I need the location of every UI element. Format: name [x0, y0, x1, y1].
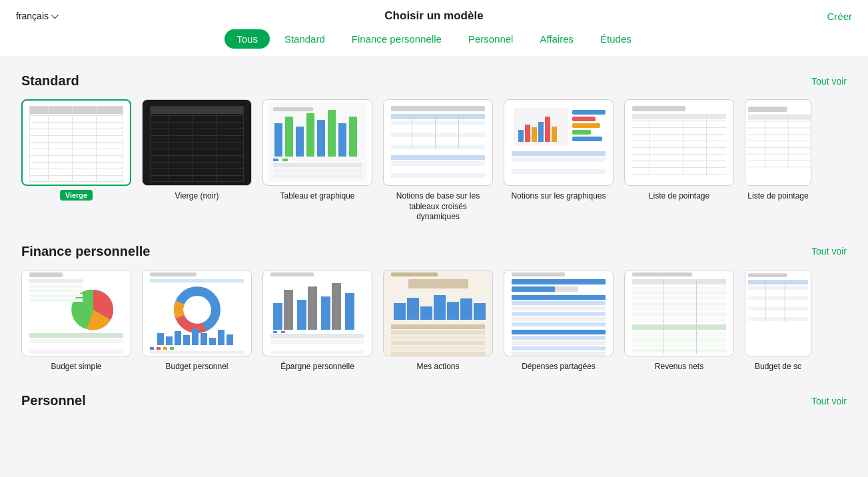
svg-rect-158 — [270, 350, 364, 354]
svg-rect-34 — [243, 106, 244, 182]
svg-rect-163 — [408, 279, 468, 288]
svg-rect-33 — [150, 106, 151, 182]
template-pivot-label: Notions de base sur les tableaux croisés… — [388, 191, 488, 223]
svg-rect-66 — [391, 173, 485, 178]
svg-rect-157 — [270, 345, 364, 349]
template-vierge-noir[interactable]: Vierge (noir) — [142, 99, 252, 223]
svg-rect-140 — [226, 334, 233, 345]
revenus-svg — [630, 270, 729, 356]
section-standard-header: Standard Tout voir — [21, 73, 847, 89]
svg-rect-214 — [748, 290, 808, 294]
svg-rect-213 — [748, 286, 808, 290]
svg-rect-143 — [163, 347, 167, 350]
svg-rect-13 — [96, 106, 97, 182]
svg-rect-188 — [512, 330, 606, 334]
template-budget-sc-label: Budget de sc — [755, 362, 801, 372]
section-finance: Finance personnelle Tout voir — [21, 244, 847, 372]
svg-rect-6 — [29, 149, 123, 149]
svg-rect-120 — [29, 298, 83, 302]
template-tableau-graphique[interactable]: Tableau et graphique — [262, 99, 372, 223]
svg-rect-105 — [748, 134, 811, 135]
svg-rect-43 — [317, 120, 325, 157]
svg-rect-61 — [435, 114, 436, 149]
tab-tous[interactable]: Tous — [224, 29, 270, 49]
template-pointage[interactable]: Liste de pointage — [624, 99, 734, 223]
template-depenses-thumb — [504, 270, 614, 356]
template-pivot[interactable]: Notions de base sur les tableaux croisés… — [383, 99, 493, 223]
svg-rect-74 — [552, 127, 557, 142]
svg-rect-30 — [169, 106, 169, 182]
section-standard-link[interactable]: Tout voir — [811, 76, 847, 87]
svg-rect-75 — [572, 110, 606, 115]
svg-rect-121 — [29, 333, 123, 338]
svg-rect-79 — [572, 137, 602, 141]
svg-rect-141 — [150, 347, 154, 350]
svg-rect-215 — [748, 296, 808, 300]
template-epargne-label: Épargne personnelle — [280, 362, 354, 372]
svg-rect-175 — [391, 346, 485, 350]
language-selector[interactable]: français — [16, 11, 57, 21]
svg-rect-152 — [321, 296, 330, 330]
template-revenus[interactable]: Revenus nets — [624, 270, 734, 372]
template-revenus-label: Revenus nets — [655, 362, 703, 372]
template-actions-label: Mes actions — [416, 362, 459, 372]
svg-rect-195 — [632, 279, 726, 284]
svg-rect-205 — [632, 338, 726, 342]
section-standard-title: Standard — [21, 73, 79, 89]
template-pointage2[interactable]: Liste de pointage — [745, 99, 811, 223]
svg-rect-11 — [48, 106, 49, 182]
tab-bar: Tous Standard Finance personnelle Person… — [224, 29, 644, 57]
svg-rect-190 — [512, 341, 606, 345]
template-epargne[interactable]: Épargne personnelle — [262, 270, 372, 372]
blank-template-svg — [27, 103, 126, 182]
template-budget-personnel[interactable]: Budget personnel — [142, 270, 252, 372]
svg-rect-95 — [632, 167, 726, 168]
tab-personnel[interactable]: Personnel — [456, 29, 526, 49]
template-pivot-thumb — [383, 99, 493, 186]
template-budget-sc[interactable]: Budget de sc — [745, 270, 811, 372]
template-graphiques[interactable]: Notions sur les graphiques — [504, 99, 614, 223]
svg-rect-221 — [785, 280, 785, 322]
section-personnel-link[interactable]: Tout voir — [811, 396, 847, 406]
svg-rect-54 — [391, 114, 485, 119]
svg-rect-194 — [632, 272, 692, 276]
svg-rect-209 — [696, 279, 697, 354]
svg-rect-24 — [150, 142, 244, 143]
svg-rect-14 — [29, 106, 30, 182]
svg-rect-98 — [683, 114, 683, 175]
template-budget-simple[interactable]: Budget simple — [21, 270, 131, 372]
budget-personnel-svg — [147, 270, 246, 356]
svg-rect-53 — [391, 106, 485, 111]
actions-svg — [388, 270, 488, 356]
tab-standard[interactable]: Standard — [272, 29, 337, 49]
section-finance-link[interactable]: Tout voir — [811, 246, 847, 256]
section-finance-title: Finance personnelle — [21, 244, 150, 259]
template-pointage-thumb — [624, 99, 734, 186]
section-finance-header: Finance personnelle Tout voir — [21, 244, 847, 259]
checklist2-template-svg — [745, 103, 811, 182]
svg-rect-38 — [273, 107, 313, 111]
template-vierge[interactable]: Vierge — [21, 99, 131, 223]
svg-rect-185 — [512, 312, 606, 316]
bar-chart-template-svg — [509, 103, 608, 182]
template-actions[interactable]: Mes actions — [383, 270, 493, 372]
svg-rect-12 — [72, 106, 73, 182]
svg-rect-106 — [748, 141, 811, 141]
svg-rect-126 — [150, 272, 197, 276]
svg-point-131 — [188, 300, 207, 319]
svg-rect-87 — [632, 114, 726, 119]
tab-finance[interactable]: Finance personnelle — [340, 29, 454, 49]
svg-rect-170 — [474, 303, 486, 320]
template-pointage2-thumb — [745, 99, 811, 186]
template-depenses[interactable]: Dépenses partagées — [504, 270, 614, 372]
tab-affaires[interactable]: Affaires — [528, 29, 586, 49]
svg-rect-31 — [193, 106, 193, 182]
svg-rect-86 — [632, 106, 685, 111]
svg-rect-50 — [273, 159, 278, 161]
svg-rect-147 — [270, 272, 314, 276]
create-button[interactable]: Créer — [827, 11, 852, 22]
svg-rect-5 — [29, 142, 123, 143]
tab-etudes[interactable]: Études — [588, 29, 644, 49]
app-container: français Choisir un modèle Créer Tous St… — [0, 0, 868, 471]
template-vierge-thumb — [21, 99, 131, 186]
